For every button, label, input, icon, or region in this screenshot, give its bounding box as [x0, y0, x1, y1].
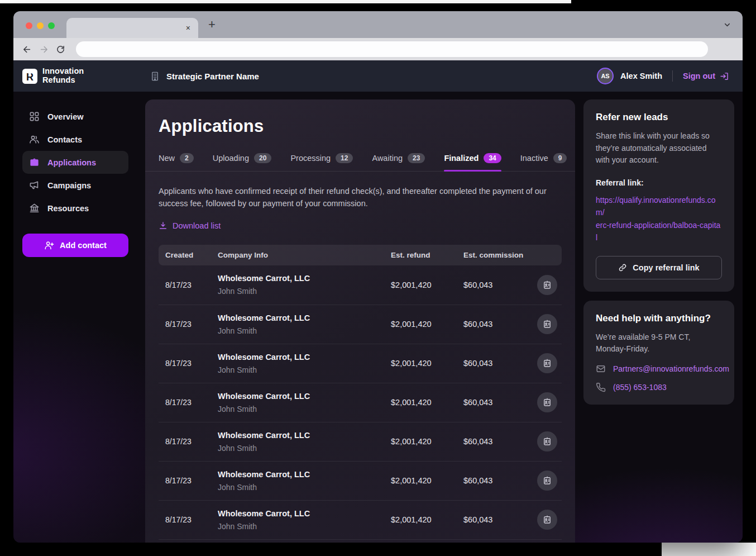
cell-est-refund: $2,001,420 — [391, 359, 463, 368]
sidebar-item-label: Campaigns — [47, 181, 91, 190]
browser-tab[interactable]: × — [66, 18, 198, 38]
briefcase-icon — [29, 157, 40, 168]
header-divider — [672, 70, 673, 82]
sidebar-item-label: Overview — [47, 112, 84, 121]
cell-company-info: Wholesome Carrot, LLC John Smith — [218, 509, 391, 531]
view-contact-button[interactable] — [537, 275, 557, 295]
tab-close-icon[interactable]: × — [186, 23, 190, 32]
referral-link-line2: erc-refund-application/balboa-capital — [596, 221, 720, 242]
tab-awaiting[interactable]: Awaiting 23 — [372, 153, 425, 171]
download-icon — [159, 221, 168, 230]
add-contact-label: Add contact — [60, 241, 107, 250]
referral-link[interactable]: https://qualify.innovationrefunds.com/ e… — [596, 194, 722, 244]
tab-uploading[interactable]: Uploading 20 — [213, 153, 272, 171]
back-button[interactable] — [21, 44, 32, 55]
cell-created: 8/17/23 — [165, 398, 218, 407]
people-icon — [29, 134, 40, 145]
cell-est-refund: $2,001,420 — [391, 398, 463, 407]
sign-out-label: Sign out — [683, 72, 715, 80]
tab-count-badge: 2 — [180, 153, 194, 163]
company-name: Wholesome Carrot, LLC — [218, 509, 391, 518]
cell-est-commission: $60,043 — [463, 515, 537, 524]
view-contact-button[interactable] — [537, 392, 557, 412]
cell-company-info: Wholesome Carrot, LLC John Smith — [218, 392, 391, 414]
tab-description: Applicants who have confirmed receipt of… — [159, 185, 562, 210]
forward-button[interactable] — [38, 44, 49, 55]
copy-referral-link-button[interactable]: Copy referral link — [596, 256, 722, 279]
table-row: 8/17/23 Wholesome Carrot, LLC John Smith… — [159, 383, 562, 422]
cell-est-refund: $2,001,420 — [391, 281, 463, 289]
window-controls — [26, 22, 55, 29]
link-icon — [618, 263, 627, 272]
tab-label: Uploading — [213, 154, 249, 163]
page-title: Applications — [159, 116, 562, 136]
column-header-est-commission: Est. commission — [463, 251, 537, 259]
view-contact-button[interactable] — [537, 431, 557, 452]
cell-company-info: Wholesome Carrot, LLC John Smith — [218, 313, 391, 335]
sign-out-button[interactable]: Sign out — [683, 72, 729, 81]
reload-button[interactable] — [55, 44, 66, 55]
sidebar-item-resources[interactable]: Resources — [22, 197, 128, 220]
cell-created: 8/17/23 — [165, 320, 218, 329]
cell-est-commission: $60,043 — [463, 476, 537, 485]
cell-est-commission: $60,043 — [463, 359, 537, 368]
app-body: Overview Contacts Applications Campaigns… — [13, 92, 743, 543]
sidebar: Overview Contacts Applications Campaigns… — [22, 105, 128, 257]
grid-icon — [29, 111, 40, 122]
column-header-created: Created — [165, 251, 218, 259]
maximize-window-button[interactable] — [48, 22, 55, 29]
tab-new[interactable]: New 2 — [159, 153, 194, 171]
view-contact-button[interactable] — [537, 471, 557, 491]
sidebar-item-label: Resources — [47, 204, 89, 213]
help-email-link[interactable]: Partners@innovationrefunds.com — [613, 364, 729, 373]
new-tab-button[interactable]: + — [208, 17, 216, 32]
sidebar-item-applications[interactable]: Applications — [22, 151, 128, 174]
company-name: Wholesome Carrot, LLC — [218, 353, 391, 362]
minimize-window-button[interactable] — [37, 22, 44, 29]
id-badge-icon — [542, 319, 552, 329]
table-row: 8/17/23 Wholesome Carrot, LLC John Smith… — [159, 305, 562, 344]
user-name: Alex Smith — [620, 72, 662, 80]
company-name: Wholesome Carrot, LLC — [218, 313, 391, 322]
view-contact-button[interactable] — [537, 510, 557, 530]
tab-label: Inactive — [520, 154, 548, 163]
cell-company-info: Wholesome Carrot, LLC John Smith — [218, 470, 391, 492]
copy-referral-link-label: Copy referral link — [633, 263, 699, 272]
tab-processing[interactable]: Processing 12 — [290, 153, 353, 171]
cell-company-info: Wholesome Carrot, LLC John Smith — [218, 353, 391, 374]
contact-name: John Smith — [218, 405, 391, 414]
url-bar[interactable] — [76, 41, 708, 57]
close-window-button[interactable] — [26, 22, 32, 29]
help-card-title: Need help with anything? — [596, 313, 722, 324]
refer-leads-title: Refer new leads — [596, 112, 722, 123]
forward-arrow-icon — [39, 45, 49, 54]
help-phone-link[interactable]: (855) 653-1083 — [613, 383, 667, 392]
brand-line2: Refunds — [42, 76, 84, 85]
avatar[interactable]: AS — [597, 68, 614, 84]
envelope-icon — [596, 364, 606, 374]
tab-label: Awaiting — [372, 154, 403, 163]
bank-icon — [29, 203, 40, 213]
cell-est-commission: $60,043 — [463, 437, 537, 446]
chevron-down-icon[interactable] — [723, 21, 731, 29]
company-name: Wholesome Carrot, LLC — [218, 431, 391, 440]
id-badge-icon — [542, 397, 552, 407]
sidebar-item-overview[interactable]: Overview — [22, 105, 128, 128]
tab-inactive[interactable]: Inactive 9 — [520, 153, 567, 171]
company-name: Wholesome Carrot, LLC — [218, 392, 391, 401]
tab-finalized[interactable]: Finalized 34 — [444, 153, 501, 171]
sidebar-item-contacts[interactable]: Contacts — [22, 128, 128, 151]
cell-created: 8/17/23 — [165, 281, 218, 289]
back-arrow-icon — [22, 45, 32, 54]
cell-est-commission: $60,043 — [463, 320, 537, 329]
view-contact-button[interactable] — [537, 353, 557, 373]
referral-link-label: Referral link: — [596, 178, 722, 187]
cell-created: 8/17/23 — [165, 476, 218, 485]
status-tabs: New 2 Uploading 20 Processing 12 Awaitin… — [145, 153, 575, 172]
view-contact-button[interactable] — [537, 314, 557, 334]
download-list-link[interactable]: Download list — [159, 221, 221, 230]
cell-est-refund: $2,001,420 — [391, 320, 463, 329]
sidebar-item-campaigns[interactable]: Campaigns — [22, 174, 128, 197]
help-email-row: Partners@innovationrefunds.com — [596, 364, 722, 374]
add-contact-button[interactable]: Add contact — [22, 234, 128, 257]
